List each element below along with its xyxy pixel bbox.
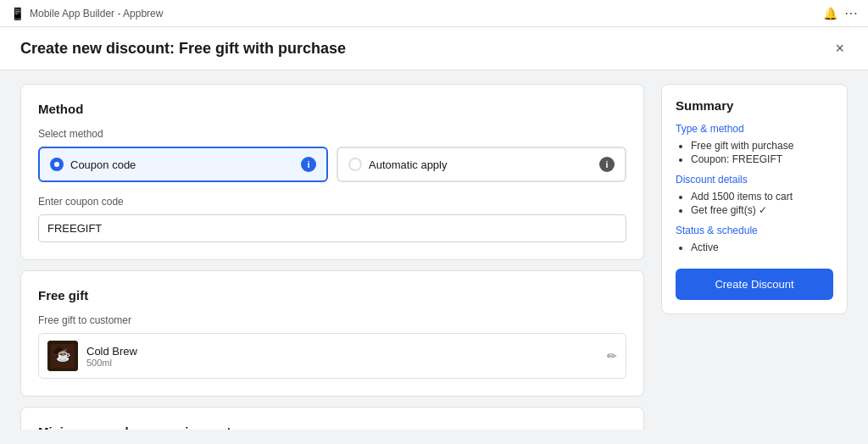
coupon-label: Coupon code: [70, 158, 136, 171]
app-icon: 📱: [10, 7, 25, 20]
automatic-label: Automatic apply: [369, 158, 448, 171]
edit-icon[interactable]: ✏: [607, 349, 617, 363]
coupon-code-input[interactable]: [38, 214, 626, 242]
min-purchase-card: Minimum purchase requirements Amount or …: [20, 407, 644, 430]
free-gift-item: ☕ Cold Brew 500ml ✏: [38, 333, 626, 379]
main-content: Method Select method Coupon code i A: [0, 70, 868, 443]
type-method-list: Free gift with purchase Coupon: FREEGIFT: [676, 140, 833, 165]
method-options: Coupon code i Automatic apply i: [38, 147, 626, 182]
free-gift-card: Free gift Free gift to customer ☕: [20, 270, 644, 397]
close-button[interactable]: ×: [832, 37, 848, 59]
more-icon[interactable]: ⋯: [844, 5, 858, 21]
free-gift-label: Free gift to customer: [38, 314, 626, 326]
summary-card: Summary Type & method Free gift with pur…: [661, 84, 848, 314]
detail-item-1: Add 1500 items to cart: [691, 191, 833, 203]
coupon-info-icon[interactable]: i: [301, 157, 316, 172]
discount-details-section-title: Discount details: [676, 174, 833, 186]
status-item: Active: [691, 241, 833, 253]
gift-image: ☕: [47, 341, 78, 371]
detail-item-2: Get free gift(s) ✓: [691, 204, 833, 216]
radio-automatic: [348, 158, 362, 171]
select-method-label: Select method: [38, 128, 626, 140]
create-discount-button[interactable]: Create Discount: [676, 269, 833, 300]
type-method-section-title: Type & method: [676, 123, 833, 135]
automatic-info-icon[interactable]: i: [599, 157, 615, 172]
type-item-1: Free gift with purchase: [691, 140, 833, 152]
left-panel: Method Select method Coupon code i A: [20, 84, 648, 430]
method-option-coupon[interactable]: Coupon code i: [38, 147, 328, 182]
gift-name: Cold Brew: [86, 345, 137, 358]
status-section-title: Status & schedule: [676, 225, 833, 236]
coupon-code-label: Enter coupon code: [38, 196, 626, 208]
summary-title: Summary: [676, 98, 833, 113]
status-list: Active: [676, 241, 833, 253]
page-title: Create new discount: Free gift with purc…: [20, 40, 346, 58]
method-title: Method: [38, 102, 626, 116]
app-name: Mobile App Builder - Appbrew: [30, 8, 163, 19]
svg-text:☕: ☕: [56, 348, 71, 363]
page-header: Create new discount: Free gift with purc…: [0, 27, 868, 70]
min-purchase-title: Minimum purchase requirements: [38, 425, 626, 430]
bell-icon[interactable]: 🔔: [823, 7, 837, 20]
free-gift-title: Free gift: [38, 288, 626, 302]
gift-variant: 500ml: [86, 358, 137, 368]
titlebar-left: 📱 Mobile App Builder - Appbrew: [10, 7, 163, 20]
type-item-2: Coupon: FREEGIFT: [691, 153, 833, 165]
method-card: Method Select method Coupon code i A: [20, 84, 644, 260]
right-panel: Summary Type & method Free gift with pur…: [661, 84, 848, 430]
method-option-automatic[interactable]: Automatic apply i: [337, 147, 626, 182]
titlebar: 📱 Mobile App Builder - Appbrew 🔔 ⋯: [0, 0, 868, 27]
radio-coupon: [50, 158, 64, 171]
discount-details-list: Add 1500 items to cart Get free gift(s) …: [676, 191, 833, 216]
titlebar-icons: 🔔 ⋯: [823, 5, 858, 21]
